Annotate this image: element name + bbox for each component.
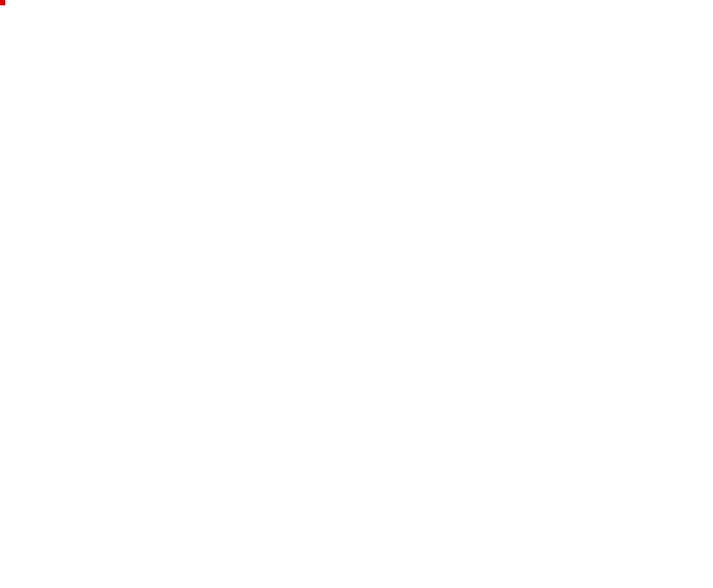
highlight-box bbox=[0, 0, 5, 5]
